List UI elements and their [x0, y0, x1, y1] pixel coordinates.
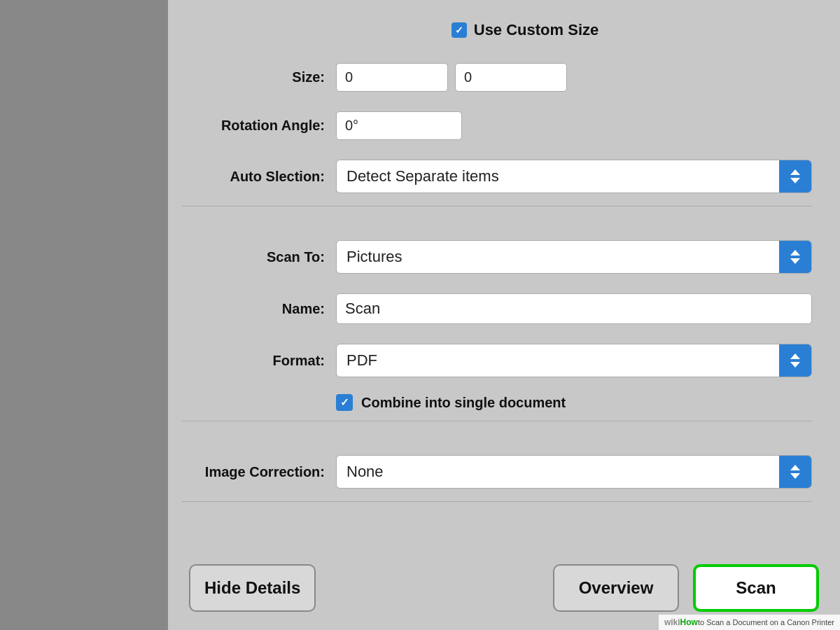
- divider-1: [182, 206, 812, 206]
- name-row: Name:: [182, 284, 812, 334]
- image-correction-arrow-up: [790, 465, 800, 470]
- auto-selection-controls: Detect Separate items: [336, 160, 812, 193]
- combine-row: Combine into single document: [182, 387, 812, 418]
- size-input-1[interactable]: [336, 63, 448, 92]
- scan-button[interactable]: Scan: [693, 564, 819, 612]
- auto-selection-value: Detect Separate items: [337, 160, 779, 192]
- name-controls: [336, 293, 812, 324]
- name-label: Name:: [182, 301, 336, 317]
- image-correction-controls: None: [336, 455, 812, 489]
- auto-selection-label: Auto Slection:: [182, 169, 336, 185]
- auto-selection-arrow[interactable]: [779, 160, 811, 192]
- rotation-controls: [336, 111, 812, 140]
- form-area: Use Custom Size Size: Rotation Angle: Au…: [168, 0, 840, 546]
- divider-3: [182, 501, 812, 502]
- scan-to-arrow-down: [790, 258, 800, 264]
- wikihow-description: to Scan a Document on a Canon Printer: [698, 618, 834, 626]
- wikihow-logo: wikiHow: [664, 617, 698, 627]
- hide-details-button[interactable]: Hide Details: [189, 564, 316, 612]
- scan-to-arrow-up: [790, 250, 800, 255]
- scan-to-value: Pictures: [337, 241, 779, 273]
- use-custom-size-checkbox[interactable]: [451, 22, 467, 38]
- rotation-label: Rotation Angle:: [182, 118, 336, 134]
- spacer-2: [182, 424, 812, 445]
- overview-button[interactable]: Overview: [553, 564, 679, 612]
- combine-label: Combine into single document: [361, 395, 566, 411]
- divider-2: [182, 421, 812, 421]
- rotation-input[interactable]: [336, 111, 462, 140]
- image-correction-select[interactable]: None: [336, 455, 812, 489]
- scan-to-arrow[interactable]: [779, 241, 811, 273]
- scan-to-controls: Pictures: [336, 240, 812, 274]
- combine-checkbox[interactable]: [336, 394, 353, 411]
- format-arrow-up: [790, 354, 800, 359]
- main-content: Use Custom Size Size: Rotation Angle: Au…: [168, 0, 840, 630]
- format-row: Format: PDF: [182, 334, 812, 387]
- size-row: Size:: [182, 53, 812, 102]
- name-input[interactable]: [336, 293, 812, 324]
- wiki-text: wiki: [664, 617, 680, 627]
- image-correction-label: Image Correction:: [182, 464, 336, 480]
- size-controls: [336, 63, 812, 92]
- format-value: PDF: [337, 344, 779, 377]
- format-arrow-down: [790, 362, 800, 368]
- auto-selection-select[interactable]: Detect Separate items: [336, 160, 812, 193]
- use-custom-size-label: Use Custom Size: [474, 21, 599, 39]
- arrow-up-icon: [790, 169, 800, 175]
- size-label: Size:: [182, 69, 336, 85]
- how-text: How: [680, 617, 698, 627]
- image-correction-row: Image Correction: None: [182, 445, 812, 498]
- arrow-down-icon: [790, 178, 800, 183]
- left-sidebar: [0, 0, 168, 630]
- format-arrow[interactable]: [779, 344, 811, 377]
- rotation-row: Rotation Angle:: [182, 102, 812, 150]
- format-label: Format:: [182, 353, 336, 369]
- image-correction-value: None: [337, 456, 779, 488]
- spacer-1: [182, 209, 812, 230]
- wikihow-bar: wikiHow to Scan a Document on a Canon Pr…: [659, 615, 840, 630]
- scan-to-row: Scan To: Pictures: [182, 230, 812, 284]
- format-controls: PDF: [336, 344, 812, 377]
- image-correction-arrow-down: [790, 473, 800, 479]
- use-custom-size-row: Use Custom Size: [182, 14, 812, 53]
- auto-selection-row: Auto Slection: Detect Separate items: [182, 150, 812, 203]
- scan-to-label: Scan To:: [182, 249, 336, 265]
- format-select[interactable]: PDF: [336, 344, 812, 377]
- scan-to-select[interactable]: Pictures: [336, 240, 812, 274]
- size-input-2[interactable]: [455, 63, 567, 92]
- image-correction-arrow[interactable]: [779, 456, 811, 488]
